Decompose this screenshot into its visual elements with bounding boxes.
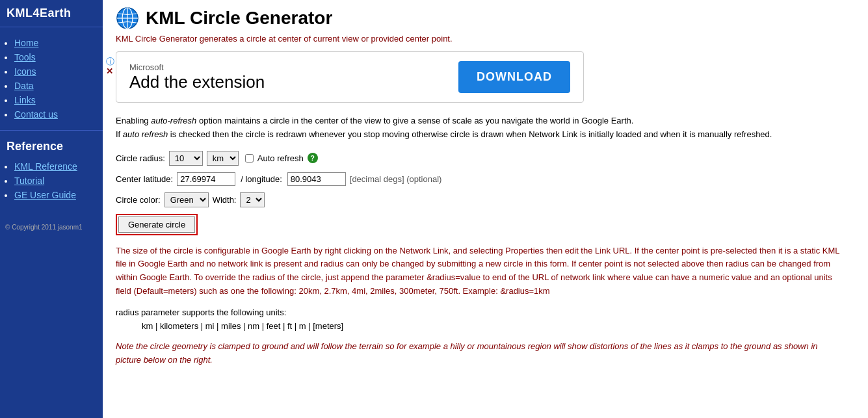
ad-banner: ⓘ ✕ Microsoft Add the extension DOWNLOAD xyxy=(116,51,584,103)
width-label: Width: xyxy=(213,195,237,205)
page-title-row: KML Circle Generator xyxy=(116,7,855,30)
sidebar-item-tutorial[interactable]: Tutorial xyxy=(14,176,103,186)
generate-button-container: Generate circle xyxy=(116,214,198,235)
info-text: The size of the circle is configurable i… xyxy=(116,244,844,298)
sidebar-link-icons[interactable]: Icons xyxy=(14,66,36,77)
main-content: KML Circle Generator KML Circle Generato… xyxy=(103,0,868,418)
sidebar-item-ge-user-guide[interactable]: GE User Guide xyxy=(14,190,103,200)
page-title: KML Circle Generator xyxy=(146,8,332,29)
radius-row: Circle radius: 1 2 5 10 20 50 100 km mi … xyxy=(116,151,855,166)
sidebar-reference-title: Reference xyxy=(0,131,103,157)
note-text: Note the circle geometry is clamped to g… xyxy=(116,340,844,367)
sidebar-item-tools[interactable]: Tools xyxy=(14,52,103,62)
color-select[interactable]: Green Red Blue Yellow White Black xyxy=(164,192,209,207)
latitude-input[interactable] xyxy=(177,172,235,186)
longitude-input[interactable] xyxy=(287,172,346,186)
width-select[interactable]: 1 2 3 4 xyxy=(240,192,265,207)
sidebar-link-data[interactable]: Data xyxy=(14,81,34,91)
ad-download-button[interactable]: DOWNLOAD xyxy=(458,61,570,93)
lng-separator: / longitude: xyxy=(241,174,282,184)
sidebar-link-home[interactable]: Home xyxy=(14,38,38,48)
radius-select[interactable]: 1 2 5 10 20 50 100 xyxy=(169,151,203,166)
sidebar-item-contact[interactable]: Contact us xyxy=(14,109,103,120)
sidebar-link-tools[interactable]: Tools xyxy=(14,52,36,62)
lat-label: Center latitude: xyxy=(116,174,173,184)
sidebar-nav: Home Tools Icons Data Links Contact us xyxy=(0,27,103,131)
sidebar-link-contact[interactable]: Contact us xyxy=(14,109,58,120)
sidebar-item-icons[interactable]: Icons xyxy=(14,66,103,77)
sidebar-link-tutorial[interactable]: Tutorial xyxy=(14,176,44,186)
radius-label: Circle radius: xyxy=(116,153,165,163)
sidebar-item-links[interactable]: Links xyxy=(14,95,103,105)
sidebar-link-links[interactable]: Links xyxy=(14,95,36,105)
ad-content: Microsoft Add the extension xyxy=(129,62,265,92)
color-label: Circle color: xyxy=(116,195,161,205)
ad-brand: Microsoft xyxy=(129,62,265,72)
sidebar: KML4Earth Home Tools Icons Data Links Co… xyxy=(0,0,103,418)
generate-circle-button[interactable]: Generate circle xyxy=(118,216,195,233)
auto-refresh-checkbox[interactable] xyxy=(245,154,254,163)
latlng-row: Center latitude: / longitude: [decimal d… xyxy=(116,172,855,186)
sidebar-reference-section: Reference KML Reference Tutorial GE User… xyxy=(0,131,103,204)
globe-icon xyxy=(116,7,139,30)
sidebar-link-kml-reference[interactable]: KML Reference xyxy=(14,161,77,172)
units-prefix: radius parameter supports the following … xyxy=(116,307,855,317)
sidebar-item-home[interactable]: Home xyxy=(14,38,103,48)
ad-close-icon[interactable]: ✕ xyxy=(106,66,113,76)
color-row: Circle color: Green Red Blue Yellow Whit… xyxy=(116,192,855,207)
help-icon[interactable]: ? xyxy=(308,153,318,163)
units-list: km | kilometers | mi | miles | nm | feet… xyxy=(142,321,855,331)
optional-text: [decimal degs] (optional) xyxy=(350,174,442,184)
sidebar-link-ge-user-guide[interactable]: GE User Guide xyxy=(14,190,76,200)
sidebar-copyright: © Copyright 2011 jasonm1 xyxy=(0,204,103,231)
sidebar-item-kml-reference[interactable]: KML Reference xyxy=(14,161,103,172)
auto-refresh-label: Auto refresh xyxy=(257,153,304,163)
sidebar-title: KML4Earth xyxy=(0,0,103,27)
unit-select[interactable]: km mi nm ft m xyxy=(207,151,239,166)
page-subtitle: KML Circle Generator generates a circle … xyxy=(116,34,855,44)
description-text: Enabling auto-refresh option maintains a… xyxy=(116,114,844,142)
sidebar-item-data[interactable]: Data xyxy=(14,81,103,91)
ad-text: Add the extension xyxy=(129,72,265,92)
